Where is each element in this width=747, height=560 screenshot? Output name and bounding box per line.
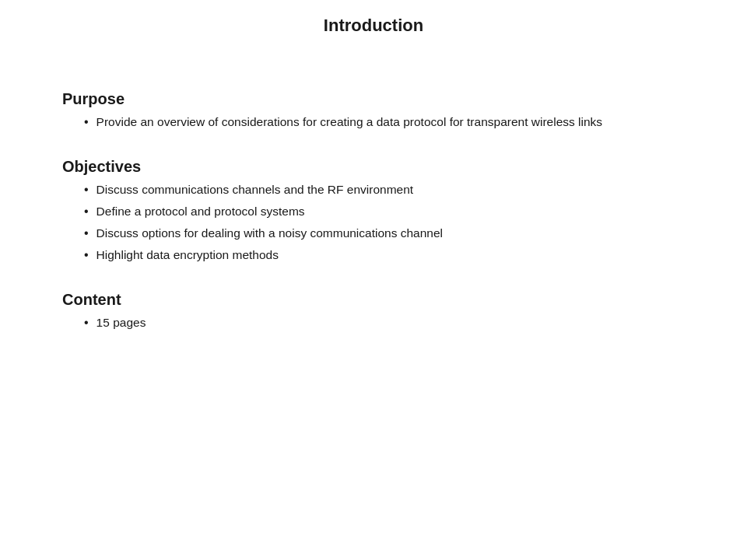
- purpose-bullet-list: Provide an overview of considerations fo…: [62, 113, 685, 131]
- purpose-bullet-1: Provide an overview of considerations fo…: [96, 113, 685, 131]
- objectives-bullet-1: Discuss communications channels and the …: [96, 180, 685, 198]
- purpose-heading: Purpose: [62, 90, 685, 108]
- page-container: Introduction Purpose Provide an overview…: [0, 0, 747, 560]
- objectives-bullet-list: Discuss communications channels and the …: [62, 180, 685, 264]
- objectives-heading: Objectives: [62, 158, 685, 176]
- page-title: Introduction: [62, 0, 685, 44]
- list-item: Discuss options for dealing with a noisy…: [62, 224, 685, 243]
- objectives-section: Objectives Discuss communications channe…: [62, 158, 685, 268]
- objectives-bullet-3: Discuss options for dealing with a noisy…: [96, 224, 685, 242]
- top-spacer: [62, 44, 685, 90]
- list-item: Provide an overview of considerations fo…: [62, 113, 685, 131]
- purpose-section: Purpose Provide an overview of considera…: [62, 90, 685, 135]
- content-bullet-1: 15 pages: [96, 313, 685, 331]
- content-heading: Content: [62, 291, 685, 309]
- content-bullet-list: 15 pages: [62, 313, 685, 332]
- objectives-bullet-2: Define a protocol and protocol systems: [96, 202, 685, 220]
- list-item: Define a protocol and protocol systems: [62, 202, 685, 221]
- content-section: Content 15 pages: [62, 291, 685, 335]
- list-item: 15 pages: [62, 313, 685, 332]
- list-item: Highlight data encryption methods: [62, 246, 685, 264]
- objectives-bullet-4: Highlight data encryption methods: [96, 246, 685, 264]
- list-item: Discuss communications channels and the …: [62, 180, 685, 199]
